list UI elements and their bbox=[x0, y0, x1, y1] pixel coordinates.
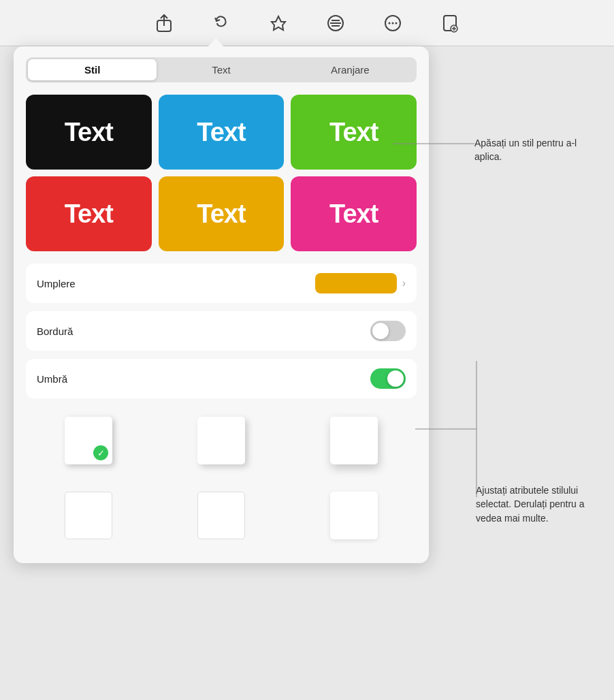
tab-bar: Stil Text Aranjare bbox=[26, 57, 417, 82]
shadow-box-2 bbox=[197, 417, 245, 464]
shadow-preset-6[interactable] bbox=[291, 481, 417, 550]
tab-text[interactable]: Text bbox=[157, 59, 285, 80]
border-toggle-knob bbox=[372, 323, 389, 339]
border-section: Bordură bbox=[26, 311, 417, 351]
format-panel: Stil Text Aranjare Text Text Text Text T… bbox=[14, 46, 429, 563]
callout-apply-style-text: Apăsați un stil pentru a-l aplica. bbox=[474, 136, 594, 164]
style-tile-blue[interactable]: Text bbox=[159, 95, 285, 170]
more-icon[interactable] bbox=[381, 11, 405, 35]
callout-apply-style: Apăsați un stil pentru a-l aplica. bbox=[474, 136, 594, 164]
style-tile-black[interactable]: Text bbox=[26, 95, 152, 170]
shadow-toggle[interactable] bbox=[370, 368, 406, 389]
undo-icon[interactable] bbox=[209, 11, 233, 35]
selected-check-icon: ✓ bbox=[93, 445, 108, 460]
fill-label: Umplere bbox=[37, 278, 76, 289]
shadow-preset-3[interactable] bbox=[291, 407, 417, 475]
tab-aranjare[interactable]: Aranjare bbox=[286, 59, 415, 80]
tab-stil[interactable]: Stil bbox=[28, 59, 157, 80]
border-toggle[interactable] bbox=[370, 321, 406, 341]
style-tile-orange[interactable]: Text bbox=[159, 176, 285, 251]
shadow-label: Umbră bbox=[37, 373, 67, 385]
share-icon[interactable] bbox=[152, 11, 176, 35]
shadow-toggle-knob bbox=[387, 370, 404, 387]
format-icon[interactable] bbox=[323, 11, 348, 35]
fill-section: Umplere › bbox=[26, 264, 417, 303]
shadow-box-5 bbox=[197, 492, 245, 539]
fill-value: › bbox=[315, 273, 406, 293]
style-tile-red[interactable]: Text bbox=[26, 176, 152, 251]
border-row: Bordură bbox=[26, 311, 417, 351]
document-settings-icon[interactable] bbox=[438, 11, 462, 35]
fill-chevron-icon: › bbox=[402, 277, 406, 289]
callout-adjust-style-text: Ajustați atributele stilului selectat. D… bbox=[476, 483, 595, 525]
shadow-box-6 bbox=[330, 492, 378, 539]
callout-adjust-style: Ajustați atributele stilului selectat. D… bbox=[476, 483, 595, 525]
shadow-preset-2[interactable] bbox=[159, 407, 285, 475]
toolbar bbox=[0, 0, 614, 46]
fill-color-swatch[interactable] bbox=[315, 273, 397, 293]
shadow-box-1: ✓ bbox=[65, 417, 112, 464]
fill-row[interactable]: Umplere › bbox=[26, 264, 417, 303]
style-tile-pink[interactable]: Text bbox=[291, 176, 417, 251]
svg-point-9 bbox=[395, 22, 398, 24]
style-grid: Text Text Text Text Text Text bbox=[26, 95, 417, 251]
shadow-preset-4[interactable] bbox=[26, 481, 152, 550]
style-tile-green[interactable]: Text bbox=[291, 95, 417, 170]
svg-point-8 bbox=[392, 22, 394, 24]
svg-point-7 bbox=[389, 22, 391, 24]
shadow-presets: ✓ bbox=[26, 407, 417, 550]
shadow-box-3 bbox=[330, 417, 378, 464]
shadow-preset-1[interactable]: ✓ bbox=[26, 407, 152, 475]
shadow-box-4 bbox=[65, 492, 112, 539]
shadow-row: Umbră bbox=[26, 359, 417, 398]
shadow-section: Umbră bbox=[26, 359, 417, 398]
pin-icon[interactable] bbox=[266, 11, 291, 35]
shadow-preset-5[interactable] bbox=[159, 481, 285, 550]
border-label: Bordură bbox=[37, 325, 73, 337]
